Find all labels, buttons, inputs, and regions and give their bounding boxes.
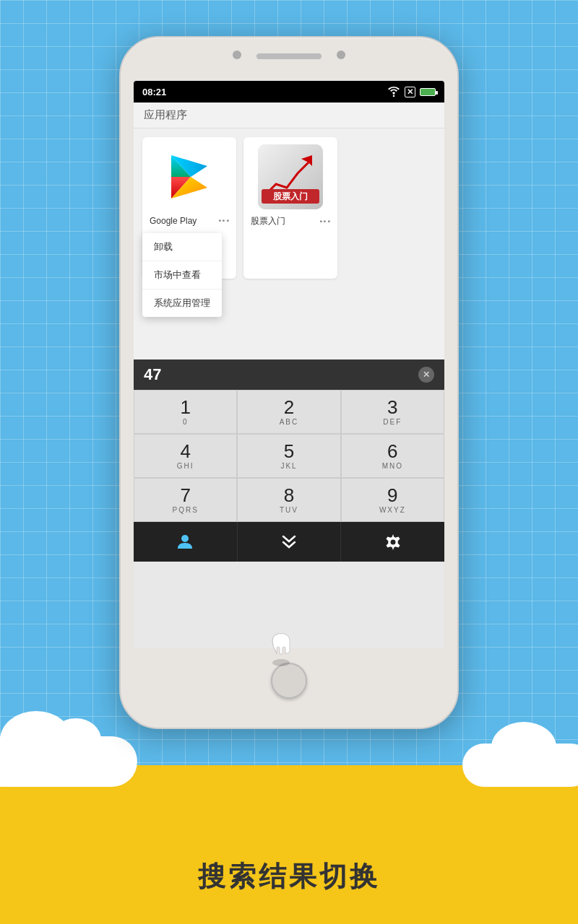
svg-point-13 [390,539,395,544]
google-play-name-row: Google Play ⋮ [150,215,229,227]
stock-chart-svg: 股票入门 [258,144,323,209]
dial-num-4: 4 [180,442,190,461]
stock-icon-container: 股票入门 [258,144,323,209]
bottom-nav [134,522,444,562]
context-menu-uninstall[interactable]: 卸载 [142,233,222,261]
svg-point-14 [272,659,290,666]
cloud-left [0,736,137,787]
apps-area: Google Play ⋮ [134,128,444,287]
svg-text:股票入门: 股票入门 [272,191,308,201]
phone-screen: 08:21 ✕ 应用程序 [134,81,444,648]
dial-key-4[interactable]: 4 GHI [134,434,237,478]
svg-point-11 [181,535,189,542]
context-menu: 卸载 市场中查看 系统应用管理 [142,233,222,317]
clear-button[interactable]: ✕ [418,367,434,383]
dial-num-3: 3 [387,398,397,417]
stock-label: 股票入门 [251,215,285,227]
dialpad: 1 0 2 ABC 3 DEF 4 GHI 5 JKL 6 MNO [134,390,444,522]
dial-num-2: 2 [284,398,294,417]
number-bar: 47 ✕ [134,359,444,390]
dial-sub-2: ABC [280,418,299,426]
status-icons: ✕ [387,87,436,97]
google-play-more-dots[interactable]: ⋮ [217,215,229,227]
app-item-stock[interactable]: 股票入门 股票入门 ⋮ [243,137,337,279]
dial-key-3[interactable]: 3 DEF [341,390,444,434]
clear-icon: ✕ [423,370,430,380]
phone-camera-left [233,51,241,59]
nav-settings[interactable] [341,522,444,562]
stock-name-row: 股票入门 ⋮ [251,215,330,227]
phone-camera-right [337,51,345,59]
stock-icon: 股票入门 [258,144,323,209]
google-play-icon-container [157,144,222,209]
gear-icon [384,533,402,552]
number-display: 47 [144,365,161,384]
status-bar: 08:21 ✕ [134,81,444,103]
context-menu-market[interactable]: 市场中查看 [142,261,222,289]
dial-sub-9: WXYZ [379,506,406,514]
signal-icon: ✕ [405,87,415,97]
home-button[interactable] [271,663,307,699]
svg-point-0 [393,95,395,97]
app-header: 应用程序 [134,103,444,128]
dial-key-1[interactable]: 1 0 [134,390,237,434]
battery-icon [420,88,436,96]
dial-sub-5: JKL [280,462,297,470]
dial-num-5: 5 [284,442,294,461]
wifi-icon [387,87,400,97]
dial-sub-1: 0 [183,418,189,426]
dial-num-1: 1 [180,398,190,417]
dial-key-6[interactable]: 6 MNO [341,434,444,478]
dial-num-8: 8 [284,486,294,505]
dial-key-8[interactable]: 8 TUV [237,478,340,522]
bottom-text: 搜索结果切换 [0,858,578,895]
dial-sub-4: GHI [177,462,194,470]
nav-person[interactable] [134,522,238,562]
dial-num-6: 6 [387,442,397,461]
dial-num-7: 7 [180,486,190,505]
dial-sub-8: TUV [280,506,298,514]
google-play-label: Google Play [150,216,197,226]
stock-more-dots[interactable]: ⋮ [319,216,330,227]
cloud-right [462,744,578,787]
phone-speaker [256,53,322,59]
dial-key-7[interactable]: 7 PQRS [134,478,237,522]
yellow-background [0,765,578,924]
dial-num-9: 9 [387,486,397,505]
dial-sub-7: PQRS [172,506,198,514]
dial-sub-3: DEF [383,418,402,426]
chevrons-icon [280,533,298,552]
status-time: 08:21 [142,87,166,97]
cursor-hand [265,627,298,666]
person-icon [176,533,194,552]
context-menu-system[interactable]: 系统应用管理 [142,289,222,317]
dial-sub-6: MNO [382,462,403,470]
nav-chevrons[interactable] [238,522,342,562]
dial-key-2[interactable]: 2 ABC [237,390,340,434]
google-play-logo [160,148,218,206]
dial-key-9[interactable]: 9 WXYZ [341,478,444,522]
app-header-title: 应用程序 [144,108,187,121]
dial-key-5[interactable]: 5 JKL [237,434,340,478]
phone-frame: 08:21 ✕ 应用程序 [119,36,459,729]
